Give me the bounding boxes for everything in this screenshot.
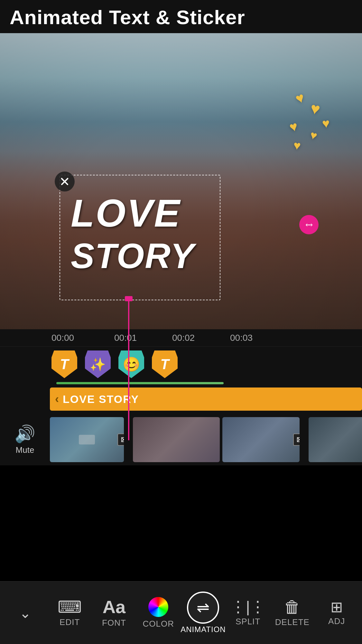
- text-track-label[interactable]: ‹ LOVE STORY: [50, 387, 362, 411]
- split-icon: ⋮|⋮: [230, 599, 265, 615]
- close-button[interactable]: [55, 172, 75, 191]
- time-mark-3: 00:03: [230, 333, 253, 343]
- split-label: SPLIT: [236, 617, 260, 627]
- video-clip-2[interactable]: [133, 417, 220, 462]
- resize-icon: ⤢: [302, 218, 315, 231]
- toolbar-delete[interactable]: 🗑 DELETE: [270, 582, 314, 644]
- time-mark-2: 00:02: [172, 333, 195, 343]
- text-track-back-icon: ‹: [55, 392, 59, 406]
- animation-icon: ⇌: [197, 600, 209, 615]
- collapse-button[interactable]: ⌄: [3, 582, 48, 644]
- top-banner: Animated Text & Sticker: [0, 0, 362, 33]
- mute-container[interactable]: 🔊 Mute: [0, 414, 50, 465]
- playhead[interactable]: [128, 299, 129, 440]
- heart-icon-1: ♥: [293, 90, 306, 106]
- mute-icon: 🔊: [14, 424, 35, 444]
- playhead-top: [125, 296, 133, 301]
- mute-label: Mute: [16, 445, 34, 455]
- adjust-icon: ⊞: [330, 600, 343, 614]
- toolbar-color[interactable]: COLOR: [136, 582, 181, 644]
- transition-icon-2[interactable]: ⊠: [293, 434, 300, 446]
- delete-label: DELETE: [275, 617, 310, 627]
- app-title: Animated Text & Sticker: [10, 6, 245, 28]
- edit-label: EDIT: [60, 617, 80, 627]
- shield-teal: 😊: [118, 350, 144, 378]
- heart-icon-3: ♥: [322, 117, 330, 130]
- heart-icon-2: ♥: [309, 100, 321, 117]
- heart-icon-6: ♥: [293, 139, 302, 152]
- animation-button-wrap[interactable]: ⇌: [187, 592, 219, 624]
- font-label: FONT: [102, 618, 126, 628]
- font-icon: Aa: [103, 598, 126, 616]
- track-icon-sticker[interactable]: 😊: [117, 350, 146, 379]
- delete-icon: 🗑: [284, 599, 301, 615]
- track-icon-text-1[interactable]: T: [50, 350, 79, 379]
- hearts-sticker[interactable]: ♥ ♥ ♥ ♥ ♥ ♥: [265, 91, 323, 152]
- toolbar-font[interactable]: Aa FONT: [92, 582, 136, 644]
- story-text: STORY: [71, 235, 195, 276]
- shield-purple: ✨: [85, 350, 111, 378]
- video-preview: ♥ ♥ ♥ ♥ ♥ ♥ LOVE STORY ⤢: [0, 33, 362, 329]
- time-ruler: 00:00 00:01 00:02 00:03: [0, 329, 362, 347]
- video-clip-3[interactable]: ⊠: [222, 417, 300, 462]
- chevron-down-icon: ⌄: [19, 605, 31, 621]
- time-mark-1: 00:01: [114, 333, 137, 343]
- text-track-name: LOVE STORY: [63, 393, 139, 406]
- shield-orange-2: T: [152, 350, 178, 378]
- video-clip-1[interactable]: ⊠: [50, 417, 124, 462]
- track-icon-text-2[interactable]: T: [150, 350, 179, 379]
- toolbar-split[interactable]: ⋮|⋮ SPLIT: [226, 582, 270, 644]
- toolbar-adjust[interactable]: ⊞ ADJ: [314, 582, 359, 644]
- toolbar-edit[interactable]: ⌨ EDIT: [48, 582, 92, 644]
- love-text: LOVE: [71, 191, 195, 235]
- svg-rect-0: [79, 435, 95, 444]
- text-track-row[interactable]: ‹ LOVE STORY: [0, 386, 362, 412]
- toolbar-animation[interactable]: ⇌ ANIMATION: [181, 582, 226, 644]
- progress-bar: [56, 382, 224, 384]
- transition-icon-1[interactable]: ⊠: [117, 434, 124, 446]
- track-icons-row: T ✨ 😊 T: [0, 347, 362, 382]
- time-mark-0: 00:00: [51, 333, 74, 343]
- bottom-toolbar: ⌄ ⌨ EDIT Aa FONT COLOR ⇌ ANIMATION ⋮|⋮ S…: [0, 581, 362, 644]
- video-clip-4[interactable]: [309, 417, 362, 462]
- shield-orange-1: T: [51, 350, 77, 378]
- heart-icon-5: ♥: [288, 119, 299, 134]
- love-story-overlay[interactable]: LOVE STORY: [71, 191, 195, 276]
- adjust-label: ADJ: [328, 616, 345, 626]
- keyboard-icon: ⌨: [58, 599, 82, 615]
- animation-label: ANIMATION: [181, 625, 226, 634]
- video-clips-row: 🔊 Mute ⊠ ⊠: [0, 414, 362, 465]
- timeline-area: 00:00 00:01 00:02 00:03 T ✨ 😊 T: [0, 329, 362, 465]
- resize-handle[interactable]: ⤢: [299, 215, 319, 234]
- color-circle-icon: [148, 597, 168, 617]
- heart-icon-4: ♥: [309, 129, 318, 142]
- color-label: COLOR: [143, 619, 174, 629]
- track-icon-magic[interactable]: ✨: [83, 350, 112, 379]
